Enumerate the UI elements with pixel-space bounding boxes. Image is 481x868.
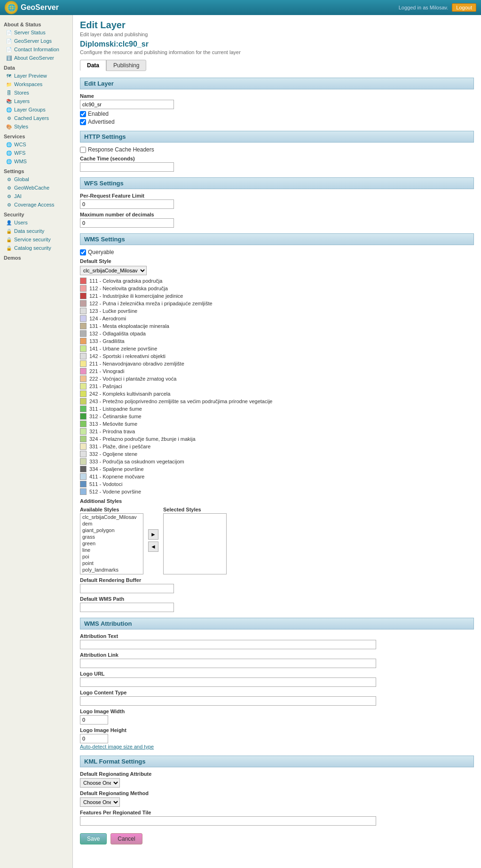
logout-button[interactable]: Logout	[452, 3, 476, 12]
sidebar-item-contact[interactable]: 📄 Contact Information	[0, 45, 72, 54]
queryable-checkbox[interactable]	[80, 249, 86, 255]
available-style-item[interactable]: green	[80, 540, 143, 547]
sidebar-item-coverage-access[interactable]: ⚙ Coverage Access	[0, 200, 72, 209]
kml-format-section-header: KML Format Settings	[80, 756, 474, 767]
available-style-item[interactable]: giant_polygon	[80, 527, 143, 534]
sidebar-label: Coverage Access	[14, 202, 55, 207]
selected-styles-listbox[interactable]	[163, 513, 227, 574]
legend-color-swatch	[80, 338, 87, 344]
logo-url-input[interactable]	[80, 677, 376, 687]
additional-styles-label: Additional Styles	[80, 498, 474, 504]
available-styles-listbox[interactable]: clc_srbijaCode_Milosavdemgiant_polygongr…	[80, 513, 143, 574]
legend-item-label: 231 - Pašnjaci	[89, 383, 122, 389]
legend-item-label: 142 - Sportski i rekreativni objekti	[89, 353, 166, 359]
legend-color-swatch	[80, 293, 87, 299]
per-request-input[interactable]	[80, 199, 174, 209]
selected-styles-wrapper: Selected Styles	[163, 507, 227, 574]
legend-color-swatch	[80, 413, 87, 420]
available-style-item[interactable]: line	[80, 547, 143, 553]
sidebar-item-layers[interactable]: 📚 Layers	[0, 97, 72, 105]
legend-color-swatch	[80, 368, 87, 374]
sidebar-item-service-security[interactable]: 🔒 Service security	[0, 235, 72, 244]
users-icon: 👤	[6, 219, 12, 226]
move-left-button[interactable]: ◄	[148, 542, 158, 552]
move-right-button[interactable]: ►	[148, 529, 158, 540]
sidebar-label: About GeoServer	[14, 55, 54, 61]
sidebar-item-wcs[interactable]: 🌐 WCS	[0, 140, 72, 149]
sidebar-item-about[interactable]: ℹ️ About GeoServer	[0, 54, 72, 62]
logo-width-input[interactable]	[80, 715, 108, 725]
max-decimals-input[interactable]	[80, 218, 174, 228]
available-styles-label: Available Styles	[80, 507, 143, 512]
advertised-checkbox[interactable]	[80, 119, 86, 125]
action-buttons: Save Cancel	[80, 833, 474, 854]
layergroup-icon: 🌐	[6, 106, 12, 113]
legend-item: 211 - Nenavodnjavano obradivo zemljište	[80, 360, 474, 367]
available-style-item[interactable]: grass	[80, 534, 143, 540]
response-cache-checkbox[interactable]	[80, 147, 86, 153]
legend-color-swatch	[80, 375, 87, 382]
features-per-tile-label: Features Per Regionated Tile	[80, 810, 474, 815]
features-per-tile-input[interactable]	[80, 816, 376, 826]
legend-item: 334 - Spaljene površine	[80, 465, 474, 473]
legend-color-swatch	[80, 300, 87, 307]
available-style-item[interactable]: dem	[80, 520, 143, 527]
sidebar-item-cached-layers[interactable]: ⚙ Cached Layers	[0, 114, 72, 122]
legend-item: 231 - Pašnjaci	[80, 382, 474, 390]
enabled-checkbox[interactable]	[80, 111, 86, 117]
legend-color-swatch	[80, 323, 87, 329]
sidebar-item-wms[interactable]: 🌐 WMS	[0, 157, 72, 166]
sidebar-item-layer-preview[interactable]: 🗺 Layer Preview	[0, 72, 72, 80]
logo-height-input[interactable]	[80, 734, 108, 743]
response-cache-row: Response Cache Headers	[80, 146, 474, 153]
sidebar-item-global[interactable]: ⚙ Global	[0, 175, 72, 183]
attribution-link-input[interactable]	[80, 659, 376, 668]
auto-detect-link[interactable]: Auto-detect image size and type	[80, 744, 154, 749]
sidebar-section-services: Services	[0, 131, 72, 140]
sidebar-item-data-security[interactable]: 🔒 Data security	[0, 227, 72, 235]
sidebar-item-styles[interactable]: 🎨 Styles	[0, 122, 72, 131]
legend-item-label: 121 - Industrijske ili komercijalne jedi…	[89, 293, 183, 299]
sidebar-item-catalog-security[interactable]: 🔒 Catalog security	[0, 244, 72, 252]
default-style-select[interactable]: clc_srbijaCode_Milosav	[80, 266, 147, 275]
wms-icon: 🌐	[6, 158, 12, 165]
tab-data[interactable]: Data	[80, 60, 106, 71]
available-style-item[interactable]: poly_landmarks	[80, 566, 143, 573]
sidebar-item-server-status[interactable]: 📄 Server Status	[0, 28, 72, 37]
legend-item-label: 141 - Urbane zelene površine	[89, 346, 157, 351]
enabled-row: Enabled	[80, 111, 474, 117]
cache-time-input[interactable]	[80, 162, 174, 172]
sidebar-item-geoserver-logs[interactable]: 📄 GeoServer Logs	[0, 37, 72, 45]
legend-color-swatch	[80, 285, 87, 292]
regionating-method-select[interactable]: Choose One	[80, 797, 120, 807]
sidebar-item-jai[interactable]: ⚙ JAI	[0, 192, 72, 200]
rendering-buffer-input[interactable]	[80, 584, 174, 593]
rendering-buffer-label: Default Rendering Buffer	[80, 577, 474, 583]
available-style-item[interactable]: poi	[80, 553, 143, 560]
sidebar-item-workspaces[interactable]: 📁 Workspaces	[0, 80, 72, 88]
sidebar-item-geowebcache[interactable]: ⚙ GeoWebCache	[0, 183, 72, 192]
save-button[interactable]: Save	[80, 833, 107, 844]
resource-name: Diplomski:clc90_sr	[80, 40, 474, 48]
legend-item: 313 - Mešovite šume	[80, 420, 474, 428]
available-style-item[interactable]: clc_srbijaCode_Milosav	[80, 514, 143, 520]
sidebar-section-demos: Demos	[0, 252, 72, 262]
attribution-text-input[interactable]	[80, 640, 376, 649]
sidebar-item-users[interactable]: 👤 Users	[0, 218, 72, 227]
sidebar-item-wfs[interactable]: 🌐 WFS	[0, 149, 72, 157]
sidebar-section-data: Data	[0, 62, 72, 72]
available-style-item[interactable]: polygon	[80, 573, 143, 574]
wms-path-input[interactable]	[80, 603, 174, 612]
tab-publishing[interactable]: Publishing	[106, 60, 146, 71]
http-settings-section-header: HTTP Settings	[80, 131, 474, 143]
sidebar-item-layer-groups[interactable]: 🌐 Layer Groups	[0, 105, 72, 114]
name-input[interactable]	[80, 100, 174, 109]
sidebar-item-stores[interactable]: 🗄 Stores	[0, 88, 72, 97]
regionating-attr-select[interactable]: Choose One	[80, 778, 120, 788]
legend-item-label: 124 - Aerodromi	[89, 316, 126, 321]
logo-content-type-input[interactable]	[80, 696, 376, 706]
wfs-icon: 🌐	[6, 150, 12, 156]
cancel-button[interactable]: Cancel	[110, 833, 142, 844]
sidebar-section-settings: Settings	[0, 166, 72, 175]
available-style-item[interactable]: point	[80, 560, 143, 566]
